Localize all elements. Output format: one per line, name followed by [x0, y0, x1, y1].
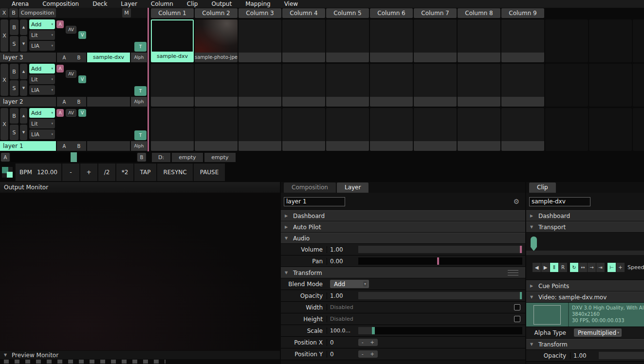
pan-slider[interactable]: [358, 257, 522, 265]
play-once-hold-button[interactable]: ⇥: [596, 263, 605, 272]
opacity-value[interactable]: 1.00: [327, 292, 358, 299]
composition-bypass-button[interactable]: B: [9, 8, 18, 18]
clip-slot[interactable]: [589, 108, 632, 151]
layer3-assign-a[interactable]: A: [63, 55, 66, 60]
clip-slot[interactable]: [195, 108, 238, 151]
layer3-audio-button[interactable]: A: [56, 20, 64, 28]
layer1-assign-b[interactable]: B: [77, 144, 81, 149]
bounce-button[interactable]: ↔: [579, 263, 587, 272]
layer3-blend-mode-dropdown[interactable]: Add ▾: [29, 19, 55, 29]
width-checkbox[interactable]: [514, 304, 520, 310]
clip-section-transform[interactable]: ▼ Transform: [526, 339, 644, 350]
composition-x-button[interactable]: X: [0, 8, 8, 18]
pan-value[interactable]: 0.00: [327, 258, 358, 265]
clip-slot[interactable]: [633, 19, 644, 62]
layer1-video-button[interactable]: V: [78, 109, 86, 117]
layer3-bypass-button[interactable]: B: [10, 19, 18, 35]
deck-label[interactable]: D:: [152, 153, 170, 162]
clip-slot[interactable]: [545, 108, 588, 151]
layer3-up-button[interactable]: ▲: [20, 19, 27, 35]
master-button[interactable]: M: [122, 8, 131, 18]
column-header[interactable]: Column 1: [151, 8, 194, 18]
column-header[interactable]: Column 5: [326, 8, 369, 18]
clip-slot[interactable]: [370, 19, 413, 62]
play-forwards-button[interactable]: ▶: [541, 263, 550, 272]
play-once-button[interactable]: →: [588, 263, 596, 272]
menu-deck[interactable]: Deck: [86, 0, 114, 8]
clip-opacity-slider[interactable]: [599, 352, 644, 359]
random-button[interactable]: R: [559, 263, 567, 272]
clip-slot[interactable]: [239, 64, 281, 107]
column-header[interactable]: Column 8: [458, 8, 500, 18]
clip-slot[interactable]: [414, 19, 457, 62]
clip-section-dashboard[interactable]: ▶ Dashboard: [526, 210, 644, 221]
layer2-solo-button[interactable]: S: [10, 80, 18, 96]
layer1-param3-dropdown[interactable]: LIA ▾: [29, 129, 55, 139]
position-x-value[interactable]: 0: [327, 339, 358, 346]
clip-slot[interactable]: [458, 64, 500, 107]
clip-slot[interactable]: [370, 108, 413, 151]
clip-slot[interactable]: [282, 19, 325, 62]
layer1-audiovideo-button[interactable]: AV: [66, 109, 76, 117]
menu-clip[interactable]: Clip: [180, 0, 205, 8]
resync-button[interactable]: RESYNC: [156, 164, 193, 181]
layer3-assign-b[interactable]: B: [77, 55, 81, 60]
layer3-transition-button[interactable]: T: [134, 42, 147, 52]
column-header[interactable]: Column 9: [501, 8, 544, 18]
layer1-bypass-button[interactable]: B: [10, 108, 18, 124]
layer1-alpha-button[interactable]: Alph: [131, 141, 147, 151]
scale-slider[interactable]: [358, 327, 522, 334]
play-backwards-button[interactable]: ◀: [533, 263, 541, 272]
menu-handle-icon[interactable]: [508, 270, 518, 275]
bpm-half-button[interactable]: /2: [97, 164, 115, 181]
layer3-active-clip[interactable]: sample-dxv: [87, 53, 130, 62]
clip-slot[interactable]: [545, 19, 588, 62]
metronome-indicator[interactable]: [0, 164, 15, 181]
clip-slot[interactable]: sample-photo-jpeg: [195, 19, 238, 62]
clip-name-input[interactable]: [529, 197, 590, 206]
layer2-video-button[interactable]: V: [78, 75, 86, 83]
bpm-minus-button[interactable]: -: [61, 164, 79, 181]
layer1-blend-mode-dropdown[interactable]: Add ▾: [29, 108, 55, 118]
deck-tab-2[interactable]: empty: [204, 153, 236, 162]
layer2-transition-button[interactable]: T: [134, 86, 147, 96]
column-header[interactable]: Column 6: [370, 8, 413, 18]
menu-layer[interactable]: Layer: [114, 0, 144, 8]
layer-name-input[interactable]: [284, 197, 345, 206]
pause-button[interactable]: PAUSE: [193, 164, 225, 181]
preview-monitor-header[interactable]: ▼ Preview Monitor: [0, 351, 280, 359]
clip-slot[interactable]: [633, 64, 644, 107]
layer2-param2-dropdown[interactable]: Lit ▾: [29, 74, 55, 84]
clip-slot[interactable]: [501, 64, 544, 107]
clip-slot[interactable]: [458, 19, 500, 62]
layer3-param3-dropdown[interactable]: LIA ▾: [29, 41, 55, 51]
bpm-plus-button[interactable]: +: [79, 164, 97, 181]
crossfader-a-button[interactable]: A: [1, 153, 10, 162]
tab-composition[interactable]: Composition: [284, 182, 336, 193]
loop-button[interactable]: ↻: [570, 263, 578, 272]
crossfader-b-button[interactable]: B: [137, 153, 146, 162]
blend-mode-dropdown[interactable]: Add ▾: [330, 280, 369, 288]
scale-value[interactable]: 100.0...: [327, 328, 358, 334]
layer1-active-clip[interactable]: [87, 141, 130, 151]
layer2-audiovideo-button[interactable]: AV: [66, 70, 76, 78]
clip-slot[interactable]: [326, 64, 369, 107]
clip-slot[interactable]: [633, 108, 644, 151]
bpm-sync-mode-button[interactable]: +: [616, 263, 625, 272]
layer2-assign-b[interactable]: B: [77, 99, 81, 105]
clip-slot[interactable]: [151, 64, 194, 107]
section-dashboard[interactable]: ▶ Dashboard: [281, 210, 525, 221]
layer3-clear-button[interactable]: X: [0, 19, 8, 52]
menu-arena[interactable]: Arena: [5, 0, 36, 8]
stepper-minus[interactable]: -: [362, 351, 364, 357]
position-x-stepper[interactable]: - +: [358, 339, 378, 346]
layer3-down-button[interactable]: ▼: [20, 36, 27, 52]
volume-value[interactable]: 1.00: [327, 246, 358, 253]
clip-slot[interactable]: [370, 64, 413, 107]
clip-slot[interactable]: sample-dxv: [151, 19, 194, 62]
pause-transport-button[interactable]: Ⅱ: [550, 263, 558, 272]
clip-section-video[interactable]: ▼ Video: sample-dxv.mov: [526, 291, 644, 303]
section-transform[interactable]: ▼ Transform: [281, 267, 525, 278]
layer2-assign-a[interactable]: A: [63, 99, 66, 105]
timeline-mode-button[interactable]: ⊢: [607, 263, 616, 272]
